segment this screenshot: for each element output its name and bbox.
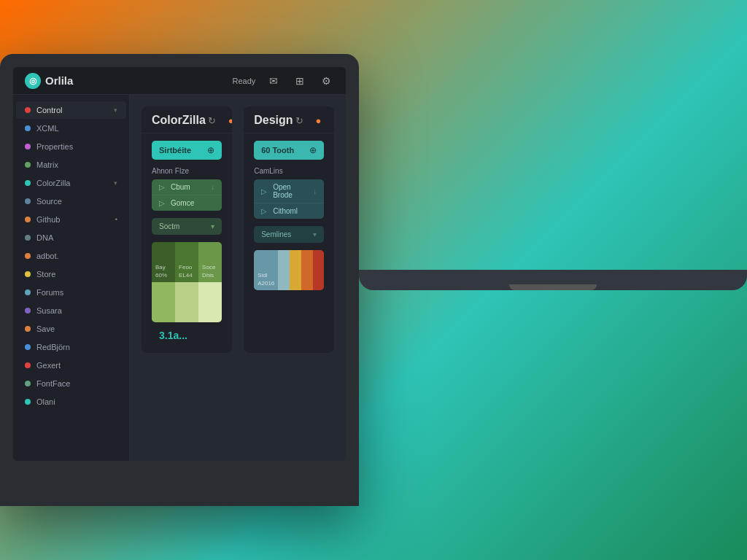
left-panel-color-icon[interactable]: ● bbox=[225, 114, 232, 127]
right-row-label: Cithoml bbox=[273, 207, 298, 215]
left-bottom-num: 3.1a... bbox=[159, 330, 187, 341]
sidebar-label: Save bbox=[36, 324, 55, 333]
sidebar-label: RedBjörn bbox=[36, 343, 70, 351]
sidebar-dot bbox=[25, 344, 31, 350]
sidebar-item-properties[interactable]: Properties bbox=[16, 138, 126, 155]
left-panel-icons: ↻ ● ⋮ bbox=[206, 114, 232, 127]
right-row-1[interactable]: ▷ Cithoml bbox=[254, 203, 324, 219]
sidebar-item-gexert[interactable]: Gexert bbox=[16, 357, 126, 374]
left-panel-refresh-icon[interactable]: ↻ bbox=[206, 114, 219, 127]
right-swatch-3[interactable] bbox=[301, 250, 313, 290]
left-panel: ColorZilla ↻ ● ⋮ Sirtbéite ⊕ bbox=[142, 106, 232, 353]
sidebar-dot bbox=[25, 308, 31, 314]
swatch-label: Bay60% bbox=[155, 264, 171, 279]
sidebar-label: ColorZilla bbox=[36, 179, 70, 187]
left-row-1[interactable]: ▷ Gomce bbox=[152, 195, 222, 211]
swatch-5[interactable] bbox=[198, 282, 222, 322]
left-sub-label: Ahnon FIze bbox=[152, 167, 222, 175]
right-swatch-2[interactable] bbox=[290, 250, 301, 290]
right-swatch-4[interactable] bbox=[313, 250, 325, 290]
swatch-0[interactable]: Bay60% bbox=[152, 242, 175, 282]
right-search-input-row[interactable]: 60 Tooth ⊕ bbox=[254, 141, 324, 160]
right-panel-menu-icon[interactable]: ⋮ bbox=[331, 114, 335, 127]
sidebar-item-save[interactable]: Save bbox=[16, 320, 126, 338]
topbar-grid-icon[interactable]: ⊞ bbox=[292, 73, 308, 89]
sidebar-dot bbox=[25, 326, 31, 332]
right-row-0[interactable]: ▷ Open Brode ↓ bbox=[254, 179, 324, 203]
sidebar-label: adbot. bbox=[36, 252, 59, 260]
sidebar-item-redbjorn[interactable]: RedBjörn bbox=[16, 338, 126, 356]
sidebar-label: FontFace bbox=[36, 379, 70, 388]
left-panel-body: Sirtbéite ⊕ Ahnon FIze ▷ Cbum ↓ bbox=[142, 133, 232, 353]
sidebar-item-forums[interactable]: Forums bbox=[16, 284, 126, 301]
left-dropdown[interactable]: Soctm ▾ bbox=[152, 218, 222, 235]
right-swatch-1[interactable] bbox=[278, 250, 290, 290]
right-panel-body: 60 Tooth ⊕ CamLins ▷ Open Brode ↓ bbox=[244, 133, 334, 309]
left-sub-rows: ▷ Cbum ↓ ▷ Gomce bbox=[152, 179, 222, 211]
swatch-2[interactable]: SoceDhis bbox=[198, 242, 222, 282]
sidebar-item-store[interactable]: Store bbox=[16, 265, 126, 283]
right-search-icon: ⊕ bbox=[309, 145, 317, 155]
left-row-icon: ▷ bbox=[159, 199, 165, 207]
left-dropdown-chevron: ▾ bbox=[211, 222, 214, 230]
sidebar-item-colorzilla[interactable]: ColorZilla ▾ bbox=[16, 174, 126, 192]
sidebar-chevron: ▾ bbox=[114, 106, 117, 114]
right-row-icon: ▷ bbox=[261, 187, 267, 195]
sidebar-item-control[interactable]: Control ▾ bbox=[16, 101, 126, 119]
left-dropdown-text: Soctm bbox=[159, 222, 179, 230]
topbar-mail-icon[interactable]: ✉ bbox=[266, 73, 282, 89]
sidebar: Control ▾ XCML Properties Matrix C bbox=[13, 95, 130, 461]
sidebar-label: Control bbox=[36, 106, 62, 114]
swatch-4[interactable] bbox=[175, 282, 198, 322]
topbar-settings-icon[interactable]: ⚙ bbox=[318, 73, 334, 89]
right-sub-label: CamLins bbox=[254, 167, 324, 175]
right-bottom-row bbox=[254, 293, 324, 302]
right-sub-rows: ▷ Open Brode ↓ ▷ Cithoml bbox=[254, 179, 324, 219]
right-panel-color-icon[interactable]: ● bbox=[312, 114, 325, 127]
left-panel-title: ColorZilla bbox=[152, 114, 206, 127]
sidebar-item-dna[interactable]: DNA bbox=[16, 229, 126, 246]
swatch-1[interactable]: FeooEL44 bbox=[175, 242, 198, 282]
left-row-label: Cbum bbox=[171, 183, 190, 191]
sidebar-label: Forums bbox=[36, 288, 63, 297]
right-panel-header: Design ↻ ● ⋮ bbox=[244, 106, 334, 133]
sidebar-item-olani[interactable]: Olani bbox=[16, 393, 126, 411]
content-area: ColorZilla ↻ ● ⋮ Sirtbéite ⊕ bbox=[130, 95, 346, 461]
sidebar-item-susara[interactable]: Susara bbox=[16, 302, 126, 319]
app-logo-text: Orlila bbox=[45, 74, 73, 87]
sidebar-item-xcml[interactable]: XCML bbox=[16, 120, 126, 137]
sidebar-chevron: ▾ bbox=[114, 179, 117, 187]
laptop-base bbox=[359, 270, 747, 290]
sidebar-dot bbox=[25, 198, 31, 204]
sidebar-label: Github bbox=[36, 215, 60, 224]
left-search-icon: ⊕ bbox=[207, 145, 214, 155]
sidebar-item-github[interactable]: Github • bbox=[16, 211, 126, 228]
sidebar-label: Store bbox=[36, 270, 55, 279]
sidebar-label: Matrix bbox=[36, 160, 58, 169]
right-panel-refresh-icon[interactable]: ↻ bbox=[293, 114, 306, 127]
left-bottom-row: 3.1a... bbox=[152, 325, 222, 346]
right-panel-icons: ↻ ● ⋮ bbox=[293, 114, 335, 127]
right-swatch-0[interactable]: SidlA2016 bbox=[254, 250, 278, 290]
right-dropdown[interactable]: Semlines ▾ bbox=[254, 226, 324, 243]
sidebar-item-matrix[interactable]: Matrix bbox=[16, 156, 126, 174]
swatch-3[interactable] bbox=[152, 282, 175, 322]
sidebar-dot bbox=[25, 253, 31, 259]
sidebar-dot bbox=[25, 125, 31, 131]
right-dropdown-chevron: ▾ bbox=[313, 230, 317, 238]
sidebar-label: Susara bbox=[36, 306, 62, 315]
sidebar-item-source[interactable]: Source bbox=[16, 192, 126, 210]
sidebar-dot bbox=[25, 289, 31, 295]
sidebar-dot bbox=[25, 271, 31, 277]
sidebar-label: Olani bbox=[36, 397, 55, 406]
left-row-0[interactable]: ▷ Cbum ↓ bbox=[152, 179, 222, 195]
sidebar-dot bbox=[25, 381, 31, 386]
logo-area: ◎ Orlila bbox=[25, 73, 142, 89]
right-palette-grid: SidlA2016 bbox=[254, 250, 324, 290]
left-panel-header: ColorZilla ↻ ● ⋮ bbox=[142, 106, 232, 133]
left-search-input-row[interactable]: Sirtbéite ⊕ bbox=[152, 141, 222, 160]
sidebar-dot bbox=[25, 235, 31, 241]
topbar: ◎ Orlila Ready ✉ ⊞ ⚙ bbox=[13, 67, 346, 95]
sidebar-item-fontface[interactable]: FontFace bbox=[16, 375, 126, 392]
sidebar-item-adbot[interactable]: adbot. bbox=[16, 247, 126, 265]
